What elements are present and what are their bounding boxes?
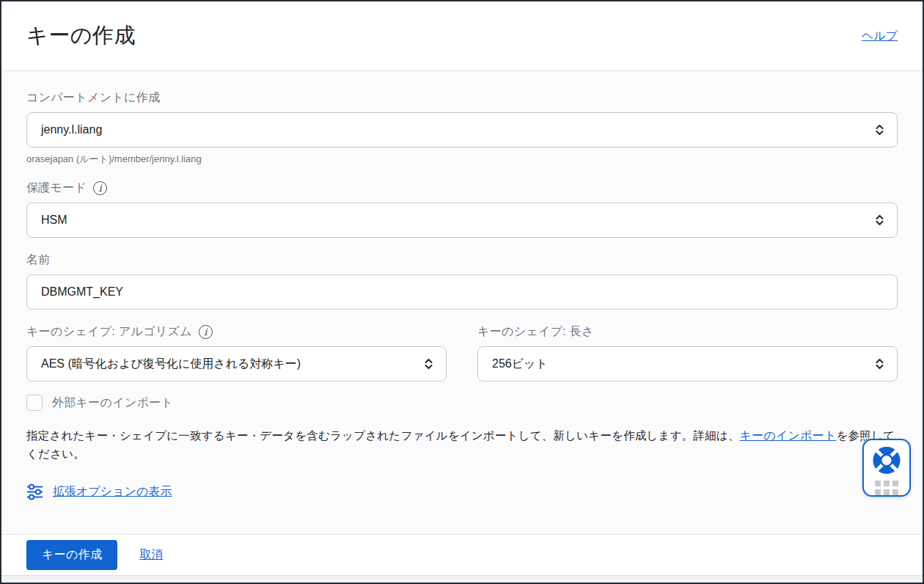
name-label: 名前 [26,252,898,268]
lifebuoy-icon [871,445,902,475]
key-shape-algorithm-select-value: AES (暗号化および復号化に使用される対称キー) [41,357,301,372]
cancel-link[interactable]: 取消 [139,547,163,563]
import-key-checkbox-label: 外部キーのインポート [52,395,173,411]
key-shape-row: キーのシェイプ: アルゴリズム i AES (暗号化および復号化に使用される対称… [26,324,898,382]
key-shape-algorithm-label: キーのシェイプ: アルゴリズム i [26,324,447,340]
panel-footer: キーの作成 取消 [1,534,923,576]
advanced-options-link[interactable]: 拡張オプションの表示 [53,484,172,500]
sliders-icon [26,483,43,500]
chevron-up-down-icon [874,123,885,137]
chevron-up-down-icon [874,357,885,371]
import-description: 指定されたキー・シェイプに一致するキー・データを含むラップされたファイルをインポ… [26,427,898,463]
name-label-text: 名前 [26,252,51,268]
protection-mode-select[interactable]: HSM [26,202,898,238]
help-widget[interactable] [862,439,911,497]
bottom-strip [1,576,923,583]
create-key-button[interactable]: キーの作成 [26,540,117,570]
drag-handle-icon[interactable] [875,481,898,495]
import-description-text-before: 指定されたキー・シェイプに一致するキー・データを含むラップされたファイルをインポ… [26,429,740,442]
key-shape-algorithm-label-text: キーのシェイプ: アルゴリズム [26,324,192,340]
key-shape-length-label: キーのシェイプ: 長さ [477,324,898,340]
field-compartment: コンパートメントに作成 jenny.l.liang orasejapan (ルー… [26,90,898,166]
import-key-checkbox-row: 外部キーのインポート [26,395,898,411]
name-input[interactable] [26,274,898,310]
protection-mode-label: 保護モード i [26,180,898,196]
compartment-select-value: jenny.l.liang [41,123,102,136]
compartment-select[interactable]: jenny.l.liang [26,112,898,147]
protection-mode-select-value: HSM [41,213,67,227]
key-shape-length-label-text: キーのシェイプ: 長さ [477,324,594,340]
key-shape-length-select[interactable]: 256ビット [477,346,898,382]
advanced-options-row: 拡張オプションの表示 [26,483,898,500]
info-icon[interactable]: i [93,181,107,195]
compartment-path: orasejapan (ルート)/member/jenny.l.liang [26,153,898,166]
key-import-link[interactable]: キーのインポート [740,429,837,442]
info-icon[interactable]: i [199,325,213,339]
compartment-label-text: コンパートメントに作成 [26,90,160,106]
panel-header: キーの作成 ヘルプ [1,1,923,71]
chevron-up-down-icon [423,357,434,371]
field-protection-mode: 保護モード i HSM [26,180,898,238]
page-title: キーの作成 [26,21,136,51]
chevron-up-down-icon [874,213,885,227]
field-name: 名前 [26,252,898,310]
form-body: コンパートメントに作成 jenny.l.liang orasejapan (ルー… [1,71,923,534]
key-shape-algorithm-select[interactable]: AES (暗号化および復号化に使用される対称キー) [26,346,447,382]
key-shape-length-select-value: 256ビット [492,357,548,372]
protection-mode-label-text: 保護モード [26,180,87,196]
import-key-checkbox[interactable] [26,395,43,411]
help-link[interactable]: ヘルプ [862,29,898,44]
compartment-label: コンパートメントに作成 [26,90,898,106]
field-key-shape-length: キーのシェイプ: 長さ 256ビット [477,324,898,382]
field-key-shape-algorithm: キーのシェイプ: アルゴリズム i AES (暗号化および復号化に使用される対称… [26,324,447,382]
